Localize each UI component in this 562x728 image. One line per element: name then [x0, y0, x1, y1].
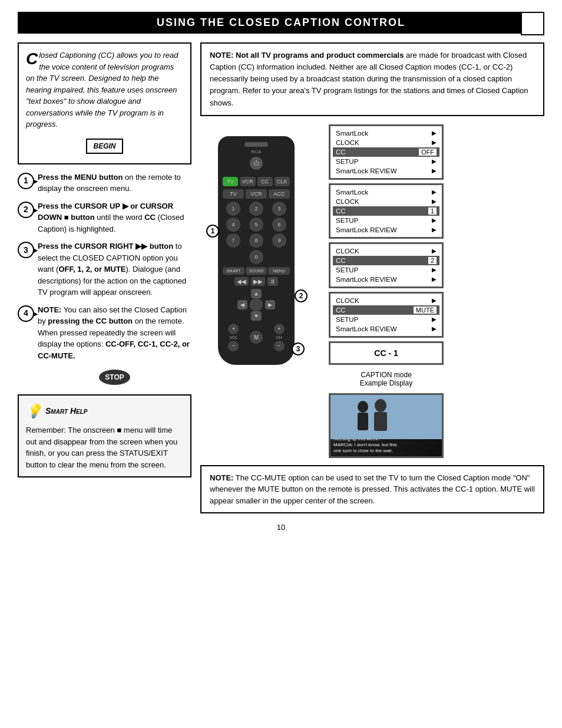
right-column: NOTE: Not all TV programs and product co… — [200, 42, 544, 513]
sound-button[interactable]: SOUND — [246, 267, 267, 275]
note-top: NOTE: Not all TV programs and product co… — [200, 42, 544, 116]
nav-mid-row: ◀ ▶ — [237, 298, 275, 311]
remote-step-2: 2 — [295, 289, 308, 302]
diagram-area: 1 2 3 RCA ⏻ — [200, 124, 544, 458]
smart-help-label: Smart Help — [45, 405, 88, 417]
mute-button[interactable]: M — [250, 331, 263, 344]
remote-ir-sensor — [244, 142, 268, 147]
cursor-up-button[interactable]: ▲ — [251, 289, 262, 298]
page-header: Using the Closed Caption Control — [18, 12, 544, 34]
lightbulb-icon: 💡 — [26, 401, 42, 421]
btn-1[interactable]: 1 — [226, 202, 240, 216]
btn-0[interactable]: 0 — [249, 250, 263, 264]
pause-button[interactable]: ⏸ — [267, 277, 278, 286]
vol-up-button[interactable]: + — [228, 324, 239, 334]
vcr-label: VCR — [246, 189, 267, 199]
btn-8[interactable]: 8 — [249, 233, 263, 248]
ch-down-button[interactable]: − — [274, 341, 285, 351]
btn-4[interactable]: 4 — [226, 218, 240, 232]
power-button[interactable]: ⏻ — [250, 157, 263, 170]
menu-item-smartlock-2: SmartLock▶ — [333, 187, 439, 197]
function-row: SMART SOUND MENU — [223, 267, 290, 275]
step-3-num: 3▶ — [18, 242, 34, 258]
main-layout: Closed Captioning (CC) allows you to rea… — [18, 42, 544, 513]
step-3-content: Press the CURSOR RIGHT ▶▶ button to sele… — [38, 241, 191, 298]
menu-item-cc-2: CC1 — [333, 206, 439, 216]
menu-button[interactable]: MENU — [268, 267, 290, 275]
note-bottom-bold: NOTE: — [210, 473, 233, 482]
step-2-num: 2▶ — [18, 202, 34, 218]
btn-6[interactable]: 6 — [272, 218, 286, 232]
menu-item-smartlock-review-2: SmartLock REVIEW▶ — [333, 225, 439, 235]
caption-mode-label: CAPTION mode Example Display — [329, 371, 444, 387]
number-grid: 1 2 3 4 5 6 7 8 9 — [223, 202, 290, 248]
ch-up-button[interactable]: + — [274, 324, 285, 334]
caption-line-3: MARCIA: I don't know, but this — [333, 442, 439, 448]
step-2-content: Press the CURSOR UP ▶ or CURSOR DOWN ■ b… — [38, 200, 191, 235]
btn-3[interactable]: 3 — [272, 202, 286, 216]
tv-screen-4: CLOCK▶ CCMUTE SETUP▶ SmartLock REVIEW▶ — [329, 292, 444, 338]
nav-up-row: ▲ — [251, 289, 262, 298]
menu-item-setup-4: SETUP▶ — [333, 315, 439, 324]
drop-cap: C — [26, 51, 38, 67]
remote-area: 1 2 3 RCA ⏻ — [200, 124, 318, 365]
power-btn-row: ⏻ — [223, 157, 290, 173]
vol-label: VOL — [229, 335, 237, 340]
vol-ch-row: + VOL − M + CH − — [223, 324, 290, 351]
smart-help-text: Remember: The onscreen ■ menu will time … — [26, 426, 177, 469]
clock-button[interactable]: CLK — [275, 177, 290, 186]
menu-item-setup-1: SETUP▶ — [333, 157, 439, 166]
step-4: 4▶ NOTE: You can also set the Closed Cap… — [18, 304, 191, 389]
step-2: 2▶ Press the CURSOR UP ▶ or CURSOR DOWN … — [18, 200, 191, 235]
ffwd-button[interactable]: ▶▶ — [251, 277, 265, 286]
caption-mode-line2: Example Display — [329, 379, 444, 387]
top-small-buttons: TV VCR CC CLK — [223, 177, 290, 186]
figures-svg — [330, 395, 442, 439]
begin-badge: BEGIN — [86, 139, 123, 154]
btn-5[interactable]: 5 — [249, 218, 263, 232]
cc-button[interactable]: CC — [257, 177, 273, 186]
remote-brand: RCA — [223, 149, 290, 154]
mute-center: M — [250, 324, 263, 351]
remote-control: RCA ⏻ TV VCR CC CLK — [218, 136, 295, 365]
nav-cluster: ▲ ◀ ▶ ▼ — [223, 289, 290, 321]
note-bottom: NOTE: The CC-MUTE option can be used to … — [200, 465, 544, 514]
btn-7[interactable]: 7 — [226, 233, 240, 248]
cursor-left-button[interactable]: ◀ — [237, 300, 247, 309]
rewind-button[interactable]: ◀◀ — [234, 277, 249, 286]
second-small-buttons: TV VCR ACC — [223, 189, 290, 199]
smart-button[interactable]: SMART — [223, 267, 244, 275]
svg-rect-4 — [374, 412, 387, 431]
menu-item-cc-1: CCOFF — [333, 147, 439, 157]
transport-row: ◀◀ ▶▶ ⏸ — [223, 277, 290, 286]
step-3: 3▶ Press the CURSOR RIGHT ▶▶ button to s… — [18, 241, 191, 298]
btn-2[interactable]: 2 — [249, 202, 263, 216]
remote-step-3: 3 — [292, 342, 305, 355]
cursor-down-button[interactable]: ▼ — [251, 311, 262, 321]
step-1-content: Press the MENU button on the remote to d… — [38, 172, 191, 195]
svg-point-3 — [375, 399, 386, 412]
left-column: Closed Captioning (CC) allows you to rea… — [18, 42, 191, 513]
smart-help-title: 💡 Smart Help — [26, 401, 183, 421]
tv-screen-3: CLOCK▶ CC2 SETUP▶ SmartLock REVIEW▶ — [329, 242, 444, 288]
vol-down-button[interactable]: − — [228, 341, 239, 351]
menu-item-smartlock-review-4: SmartLock REVIEW▶ — [333, 324, 439, 334]
menu-item-smartlock-review-1: SmartLock REVIEW▶ — [333, 166, 439, 176]
cursor-right-button[interactable]: ▶ — [265, 300, 275, 309]
vcr-button[interactable]: VCR — [240, 177, 255, 186]
tv-button[interactable]: TV — [223, 177, 238, 186]
acc-label: ACC — [269, 189, 290, 199]
ch-group: + CH − — [274, 324, 285, 351]
nav-center-button[interactable] — [250, 298, 263, 311]
tv-screen-1: SmartLock▶ CLOCK▶ CCOFF SETUP▶ SmartLock… — [329, 124, 444, 180]
caption-line-4: one sure is close to the wall. — [333, 448, 439, 454]
btn-9[interactable]: 9 — [272, 233, 286, 248]
note-bottom-rest: The CC-MUTE option can be used to set th… — [210, 473, 535, 505]
step-1: 1▶ Press the MENU button on the remote t… — [18, 172, 191, 195]
intro-box: Closed Captioning (CC) allows you to rea… — [18, 42, 191, 164]
page-container: Using the Closed Caption Control Closed … — [0, 0, 562, 728]
svg-point-1 — [358, 401, 368, 413]
page-number: 10 — [18, 523, 544, 532]
svg-rect-2 — [358, 413, 368, 430]
note-top-bold: NOTE: Not all TV programs and product co… — [210, 51, 404, 60]
